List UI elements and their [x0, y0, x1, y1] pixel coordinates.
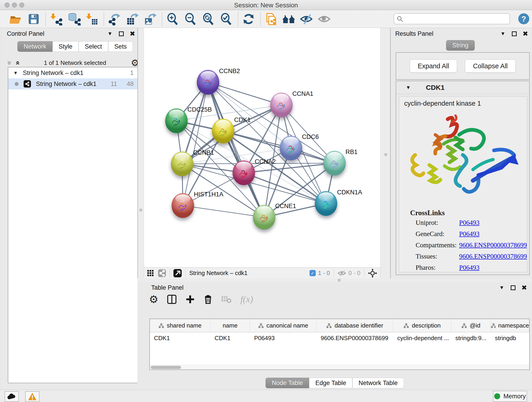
float-panel-icon[interactable]	[119, 32, 124, 36]
node-CCNE1[interactable]	[253, 205, 275, 230]
float-panel-icon[interactable]	[511, 285, 515, 290]
export-table-button[interactable]	[125, 12, 139, 26]
panel-menu-icon[interactable]: ▼	[108, 31, 113, 37]
network-view-mode-icon[interactable]	[158, 269, 166, 277]
edge-HIST1H1A-CCNE1[interactable]	[183, 206, 264, 217]
float-panel-icon[interactable]	[512, 32, 517, 36]
table-cell[interactable]: CDK1	[210, 332, 250, 344]
birdseye-crosshair-icon[interactable]	[368, 269, 377, 278]
hide-selected-button[interactable]	[300, 12, 314, 26]
network-collection-row[interactable]: ▼ String Network – cdk1 1	[8, 67, 139, 78]
node-RB1[interactable]	[323, 151, 346, 176]
column-header-canonical-name[interactable]: canonical name	[250, 319, 317, 332]
open-session-button[interactable]	[9, 12, 23, 26]
collection-expand-icon[interactable]: ▼	[13, 70, 18, 76]
close-panel-icon[interactable]: ✖	[521, 284, 527, 292]
export-image-button[interactable]	[143, 12, 157, 26]
node-CCNB1[interactable]	[171, 152, 193, 176]
column-header-shared-name[interactable]: shared name	[150, 319, 210, 332]
gene-section-header[interactable]: ▼ CDK1	[396, 81, 529, 94]
results-panel: Results Panel ▼ ✖ String Expand All Coll…	[391, 28, 532, 279]
zoom-in-button[interactable]	[165, 12, 180, 26]
help-button[interactable]: ?	[518, 13, 529, 24]
import-network-from-database-button[interactable]	[67, 12, 81, 26]
close-panel-icon[interactable]: ✖	[523, 30, 528, 38]
divider-handle[interactable]	[139, 209, 142, 211]
crosslink-link[interactable]: 9606.ENSP00000378699	[459, 241, 527, 249]
table-row[interactable]: CDK1CDK1P064939606.ENSP00000378699cyclin…	[150, 332, 529, 344]
table-cell[interactable]: stringdb:9...	[451, 332, 491, 344]
import-table-button[interactable]	[85, 12, 99, 26]
column-header-database-identifier[interactable]: database identifier	[317, 319, 393, 332]
tab-string[interactable]: String	[446, 40, 475, 51]
grid-mode-icon[interactable]	[147, 270, 154, 277]
column-header-namespace[interactable]: namespace	[491, 319, 529, 332]
scrollbar-thumb[interactable]	[151, 366, 181, 369]
apply-layout-button[interactable]	[241, 12, 256, 26]
collapse-all-button[interactable]: Collapse All	[465, 59, 516, 73]
memory-button[interactable]: Memory	[493, 391, 527, 402]
network-canvas[interactable]: CCNB2CCNA1CDC25BCDK1CDC6RB1CCNB1CCNA2CDK…	[144, 28, 380, 268]
crosslink-link[interactable]: P06493	[459, 230, 480, 238]
first-neighbors-button[interactable]	[282, 12, 296, 26]
node-CCNB2[interactable]	[197, 70, 219, 95]
save-session-button[interactable]	[27, 12, 41, 26]
tab-sets[interactable]: Sets	[108, 41, 133, 52]
column-header-name[interactable]: name	[210, 319, 250, 332]
close-panel-icon[interactable]: ✖	[130, 30, 135, 38]
zoom-fit-button[interactable]	[201, 12, 215, 26]
import-network-button[interactable]	[49, 12, 63, 26]
table-cell[interactable]: CDK1	[150, 332, 210, 344]
node-label-RB1: RB1	[346, 148, 358, 156]
annotation-mode-button[interactable]	[264, 12, 278, 26]
table-horizontal-scrollbar[interactable]	[150, 365, 529, 370]
delete-column-icon[interactable]	[204, 294, 212, 304]
column-header--id[interactable]: @id	[451, 319, 491, 332]
cloud-status-button[interactable]	[5, 391, 19, 402]
table-split-divider[interactable]	[138, 279, 532, 282]
tab-network[interactable]: Network	[17, 41, 52, 52]
tab-edge-table[interactable]: Edge Table	[309, 378, 352, 388]
selected-checkbox-icon[interactable]: ✓	[310, 270, 316, 276]
zoom-selected-button[interactable]	[219, 12, 233, 26]
expand-all-button[interactable]: Expand All	[410, 59, 457, 73]
detach-view-icon[interactable]	[173, 269, 182, 277]
table-cell[interactable]: cyclin-dependent ...	[393, 332, 451, 344]
tab-style[interactable]: Style	[52, 41, 79, 52]
add-column-icon[interactable]	[185, 294, 195, 304]
divider-handle[interactable]	[384, 153, 387, 156]
tab-network-table[interactable]: Network Table	[352, 378, 404, 388]
warnings-button[interactable]	[25, 391, 39, 402]
network-row[interactable]: String Network – cdk1 11 48	[8, 78, 139, 89]
node-HIST1H1A[interactable]	[172, 193, 194, 218]
table-options-gear-icon[interactable]: ⚙	[149, 295, 158, 304]
tab-select[interactable]: Select	[79, 41, 108, 52]
gene-expand-icon[interactable]: ▼	[406, 85, 411, 90]
node-CCNA2[interactable]	[233, 160, 255, 185]
crosslink-link[interactable]: 9606.ENSP00000378699	[459, 253, 527, 260]
search-input[interactable]	[394, 13, 510, 24]
table-cell[interactable]: P06493	[250, 332, 317, 344]
crosslink-link[interactable]: P06493	[459, 219, 480, 226]
show-columns-icon[interactable]	[167, 294, 177, 304]
table-cell[interactable]: 9606.ENSP00000378699	[317, 332, 393, 344]
tab-node-table[interactable]: Node Table	[266, 378, 309, 388]
column-header-description[interactable]: description	[393, 319, 451, 332]
collapse-all-networks-icon[interactable]: »	[13, 61, 21, 65]
node-CDK1[interactable]	[212, 119, 234, 143]
node-CDC25B[interactable]	[165, 108, 188, 133]
node-CCNA1[interactable]	[270, 93, 293, 117]
crosslink-link[interactable]: P06493	[459, 264, 480, 271]
export-network-button[interactable]	[107, 12, 121, 26]
panel-menu-icon[interactable]: ▼	[499, 285, 504, 291]
zoom-out-button[interactable]	[183, 12, 197, 26]
left-split-divider[interactable]	[138, 28, 144, 279]
node-CDC6[interactable]	[280, 136, 302, 160]
show-all-button[interactable]	[317, 12, 332, 26]
panel-menu-icon[interactable]: ▼	[500, 31, 505, 37]
table-cell[interactable]: stringdb	[491, 332, 529, 344]
node-CDKN1A[interactable]	[315, 191, 337, 216]
divider-handle[interactable]	[338, 279, 341, 282]
right-split-divider[interactable]	[380, 28, 391, 279]
edge-CCNB2-HIST1H1A[interactable]	[183, 82, 208, 206]
